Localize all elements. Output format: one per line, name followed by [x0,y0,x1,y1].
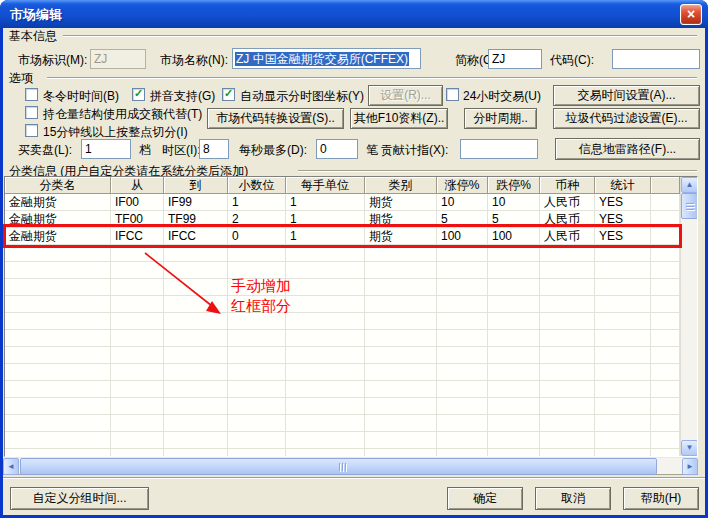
cell-empty [5,279,111,296]
scroll-up-icon: ▲ [686,180,694,189]
help-button[interactable]: 帮助(H) [623,487,699,510]
table-empty-row [5,347,680,364]
info-mine-path-button[interactable]: 信息地雷路径(F)... [555,138,700,160]
table-row-highlighted[interactable]: 金融期货 IFCC IFCC 0 1 期货 100 100 人民币 YES [5,228,680,245]
cell-filler [651,211,680,228]
junk-code-filter-button[interactable]: 垃圾代码过滤设置(E)... [553,108,700,129]
cell: IFCC [164,228,228,245]
cell-empty [286,449,365,456]
auto-coord-checkbox[interactable]: ✓ [222,88,235,101]
pinyin-support-checkbox[interactable]: ✓ [132,88,145,101]
column-header-decimals[interactable]: 小数位 [228,177,286,194]
column-header-limit-up[interactable]: 涨停% [437,177,488,194]
cell-empty [228,245,286,262]
column-header-type[interactable]: 类别 [365,177,437,194]
cell-empty [437,398,488,415]
timezone-field[interactable] [199,139,229,159]
cell-empty [437,330,488,347]
column-header-stats[interactable]: 统计 [595,177,651,194]
vertical-scrollbar-thumb[interactable] [681,193,698,219]
scroll-right-button[interactable]: ► [682,458,698,475]
cell-empty [595,347,651,364]
15min-split-checkbox-label: 15分钟线以上按整点切分(I) [43,125,188,139]
cell-empty [365,347,437,364]
cell: YES [595,211,651,228]
cell-empty [540,262,595,279]
cell-empty [111,245,164,262]
cell-empty [365,415,437,432]
minute-period-button[interactable]: 分时周期.. [464,108,537,129]
cell-empty [488,313,540,330]
cell-empty [488,330,540,347]
per-second-field[interactable] [316,139,358,159]
cell-empty [595,262,651,279]
scroll-up-button[interactable]: ▲ [681,177,698,193]
cancel-button[interactable]: 取消 [535,487,611,510]
cell-empty [651,296,680,313]
cell: 10 [437,194,488,211]
close-button[interactable]: × [680,4,702,25]
cell-empty [540,364,595,381]
cell-empty [5,296,111,313]
category-table: 分类名 从 到 小数位 每手单位 类别 涨停% 跌停% 币种 统计 金融期货 I… [4,176,698,457]
bid-ask-unit-label: 档 [139,143,151,157]
table-empty-row [5,296,680,313]
cell-empty [228,347,286,364]
scroll-down-button[interactable]: ▼ [681,440,698,456]
trading-time-settings-button[interactable]: 交易时间设置(A)... [553,85,700,106]
cell-empty [437,262,488,279]
cell-empty [5,432,111,449]
cell-empty [228,415,286,432]
cell-empty [595,432,651,449]
cell-empty [111,262,164,279]
dialog-client-area: 基本信息 市场标识(M): 市场名称(N): ZJ 中国金融期货交易所(CFFE… [3,28,705,515]
cell-empty [365,330,437,347]
column-header-unit[interactable]: 每手单位 [286,177,365,194]
ok-button[interactable]: 确定 [447,487,523,510]
short-name-field[interactable] [488,49,542,69]
scroll-left-button[interactable]: ◄ [3,458,19,475]
cell-empty [164,347,228,364]
contribution-index-field[interactable] [460,139,538,159]
table-empty-row [5,330,680,347]
category-table-grid: 分类名 从 到 小数位 每手单位 类别 涨停% 跌停% 币种 统计 金融期货 I… [5,177,680,456]
cell-empty [5,245,111,262]
vertical-scrollbar[interactable]: ▲ ▼ [680,177,697,456]
cell-empty [437,313,488,330]
cell-empty [365,313,437,330]
position-struct-checkbox[interactable] [25,106,38,119]
cell-empty [488,449,540,456]
cell-empty [5,262,111,279]
title-bar[interactable]: 市场编辑 × [0,0,708,28]
table-empty-row [5,364,680,381]
horizontal-scrollbar[interactable]: ◄ ► [3,458,698,475]
cell-empty [540,330,595,347]
column-header-from[interactable]: 从 [111,177,164,194]
column-header-to[interactable]: 到 [164,177,228,194]
bid-ask-field[interactable] [81,139,131,159]
cell-empty [488,296,540,313]
cell-empty [437,347,488,364]
table-row[interactable]: 金融期货 TF00 TF99 2 1 期货 5 5 人民币 YES [5,211,680,228]
code-field[interactable] [612,49,700,69]
column-header-name[interactable]: 分类名 [5,177,111,194]
column-header-currency[interactable]: 币种 [540,177,595,194]
cell-empty [540,449,595,456]
cell-empty [164,279,228,296]
custom-group-time-button[interactable]: 自定义分组时间... [10,487,149,510]
24h-trading-checkbox[interactable] [446,88,459,101]
cell-empty [365,449,437,456]
horizontal-scrollbar-thumb[interactable] [20,458,657,475]
15min-split-checkbox[interactable] [25,124,38,137]
table-empty-row [5,279,680,296]
cell: 1 [228,194,286,211]
market-name-field[interactable]: ZJ 中国金融期货交易所(CFFEX) [232,48,421,69]
column-header-limit-down[interactable]: 跌停% [488,177,540,194]
cell-empty [365,364,437,381]
cell: YES [595,228,651,245]
winter-time-checkbox[interactable] [25,88,38,101]
other-f10-button[interactable]: 其他F10资料(Z).. [350,108,448,129]
cell-empty [286,415,365,432]
table-row[interactable]: 金融期货 IF00 IF99 1 1 期货 10 10 人民币 YES [5,194,680,211]
code-convert-settings-button[interactable]: 市场代码转换设置(S).. [207,108,344,129]
